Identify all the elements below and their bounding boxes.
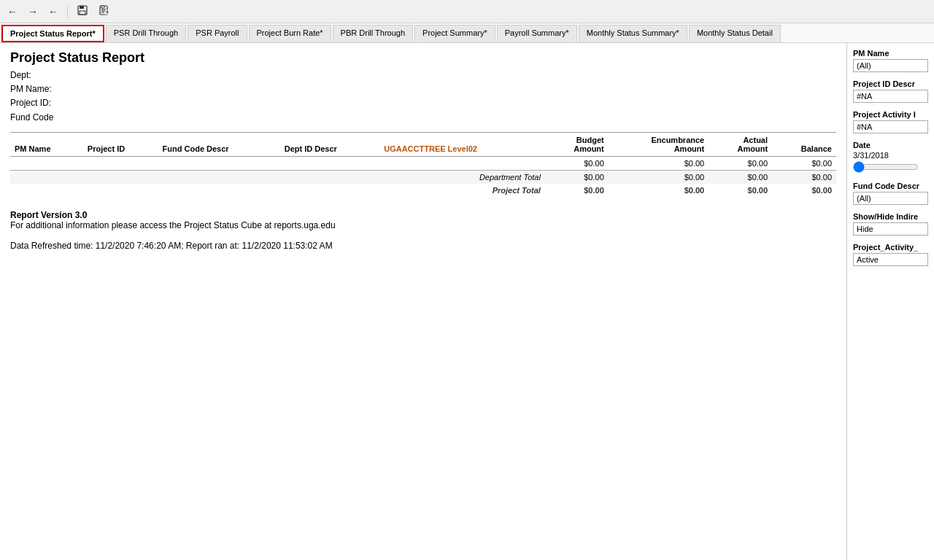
sidebar-project-activity2-section: Project_Activity_ (853, 243, 928, 266)
col-pm-name: PM Name (10, 132, 83, 156)
report-table: PM Name Project ID Fund Code Descr Dept … (10, 132, 836, 197)
pm-label: PM Name: (10, 84, 52, 94)
project-id-label: Project ID: (10, 98, 51, 108)
col-actual-amount: ActualAmount (709, 132, 772, 156)
back2-button[interactable]: ← (45, 4, 61, 19)
dept-total-actual: $0.00 (709, 170, 772, 184)
sidebar-date-section: Date 3/31/2018 (853, 141, 928, 174)
table-header-row: PM Name Project ID Fund Code Descr Dept … (10, 132, 836, 156)
cell-actual-amount: $0.00 (709, 156, 772, 170)
sidebar-show-hide-label: Show/Hide Indire (853, 212, 928, 221)
report-refresh: Data Refreshed time: 11/2/2020 7:46:20 A… (10, 241, 836, 251)
sidebar-project-id-descr-label: Project ID Descr (853, 79, 928, 88)
col-encumbrance-amount: EncumbranceAmount (609, 132, 709, 156)
dept-row: Dept: (10, 69, 836, 82)
sidebar-date-label: Date (853, 141, 928, 149)
fund-code-row: Fund Code (10, 111, 836, 125)
sidebar-fund-code-descr-section: Fund Code Descr (853, 182, 928, 205)
tab-pbr-drill-through[interactable]: PBR Drill Through (333, 25, 413, 42)
project-total-budget: $0.00 (545, 184, 609, 197)
cell-pm-name (10, 156, 83, 170)
dept-label: Dept: (10, 70, 31, 80)
cell-budget-amount: $0.00 (545, 156, 609, 170)
sidebar-pm-name-input[interactable] (853, 59, 928, 72)
cell-fund-code-descr (158, 156, 280, 170)
project-id-row: Project ID: (10, 96, 836, 110)
cell-encumbrance-amount: $0.00 (609, 156, 709, 170)
toolbar-separator (67, 5, 68, 18)
table-row: $0.00 $0.00 $0.00 $0.00 (10, 156, 836, 170)
svg-rect-1 (80, 6, 84, 9)
col-balance: Balance (772, 132, 836, 156)
sidebar-fund-code-descr-label: Fund Code Descr (853, 182, 928, 190)
pm-row: PM Name: (10, 82, 836, 96)
save-button[interactable] (74, 3, 91, 20)
sidebar-show-hide-input[interactable] (853, 222, 928, 236)
project-total-actual: $0.00 (709, 184, 772, 197)
svg-rect-2 (80, 11, 85, 15)
col-project-id: Project ID (83, 132, 158, 156)
dept-total-balance: $0.00 (772, 170, 836, 184)
sidebar-project-activity-input[interactable] (853, 120, 928, 133)
sidebar-project-id-descr-section: Project ID Descr (853, 79, 928, 103)
dept-total-encumbrance: $0.00 (609, 170, 709, 184)
export-button[interactable] (96, 3, 113, 20)
cell-dept-id-descr (280, 156, 379, 170)
tab-monthly-status-detail[interactable]: Monthly Status Detail (689, 25, 781, 42)
sidebar-pm-name-section: PM Name (853, 49, 928, 72)
tab-payroll-summary[interactable]: Payroll Summary* (497, 25, 577, 42)
col-uga-level02: UGAACCTTREE Level02 (379, 132, 545, 156)
sidebar-pm-name-label: PM Name (853, 49, 928, 58)
sidebar-project-id-descr-input[interactable] (853, 90, 928, 103)
cell-uga-level02 (379, 156, 545, 170)
report-content: Project Status Report Dept: PM Name: Pro… (0, 43, 846, 560)
main-layout: Project Status Report Dept: PM Name: Pro… (0, 43, 934, 560)
forward-button[interactable]: → (25, 4, 41, 19)
svg-rect-4 (101, 6, 104, 8)
fund-code-label: Fund Code (10, 112, 53, 122)
tab-bar: Project Status Report* PSR Drill Through… (0, 23, 934, 43)
sidebar-project-activity2-input[interactable] (853, 253, 928, 266)
report-meta: Dept: PM Name: Project ID: Fund Code (10, 69, 836, 125)
report-info: For additional information please access… (10, 220, 836, 230)
sidebar-show-hide-section: Show/Hide Indire (853, 212, 928, 236)
cell-project-id (83, 156, 158, 170)
tab-project-status-report[interactable]: Project Status Report* (1, 25, 104, 42)
export-icon (99, 4, 110, 16)
dept-total-label: Department Total (10, 170, 545, 184)
sidebar: PM Name Project ID Descr Project Activit… (846, 43, 934, 560)
sidebar-project-activity2-label: Project_Activity_ (853, 243, 928, 252)
dept-total-row: Department Total $0.00 $0.00 $0.00 $0.00 (10, 170, 836, 184)
sidebar-fund-code-descr-input[interactable] (853, 192, 928, 205)
sidebar-date-value: 3/31/2018 (853, 151, 928, 160)
project-total-encumbrance: $0.00 (609, 184, 709, 197)
cell-balance: $0.00 (772, 156, 836, 170)
tab-psr-payroll[interactable]: PSR Payroll (188, 25, 247, 42)
toolbar: ← → ← (0, 0, 934, 23)
tab-monthly-status-summary[interactable]: Monthly Status Summary* (579, 25, 687, 42)
project-total-row: Project Total $0.00 $0.00 $0.00 $0.00 (10, 184, 836, 197)
sidebar-date-slider[interactable] (853, 161, 919, 173)
report-title: Project Status Report (10, 50, 836, 66)
project-total-balance: $0.00 (772, 184, 836, 197)
tab-psr-drill-through[interactable]: PSR Drill Through (106, 25, 186, 42)
sidebar-project-activity-label: Project Activity I (853, 110, 928, 119)
sidebar-project-activity-section: Project Activity I (853, 110, 928, 133)
back-button[interactable]: ← (4, 4, 20, 19)
col-fund-code-descr: Fund Code Descr (158, 132, 280, 156)
project-total-label: Project Total (10, 184, 545, 197)
report-footer: Report Version 3.0 For additional inform… (10, 210, 836, 251)
tab-project-burn-rate[interactable]: Project Burn Rate* (249, 25, 331, 42)
tab-project-summary[interactable]: Project Summary* (414, 25, 495, 42)
col-budget-amount: BudgetAmount (545, 132, 609, 156)
dept-total-budget: $0.00 (545, 170, 609, 184)
col-dept-id-descr: Dept ID Descr (280, 132, 379, 156)
report-version: Report Version 3.0 (10, 210, 836, 220)
save-icon (77, 4, 88, 16)
